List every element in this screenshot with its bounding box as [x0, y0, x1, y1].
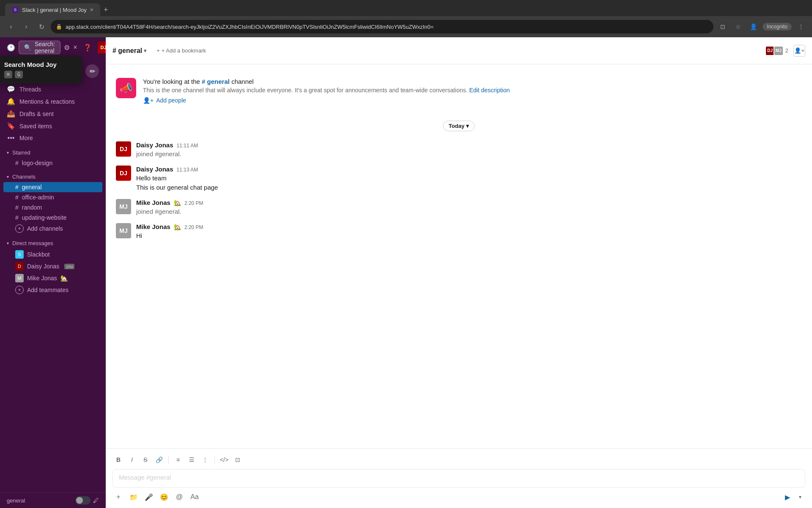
channel-title[interactable]: # general ▾: [112, 47, 146, 55]
message-time: 2:20 PM: [184, 200, 203, 206]
channels-section: ▾ Channels # general # office-admin # ra…: [0, 170, 106, 236]
add-bookmark-button[interactable]: + + Add a bookmark: [156, 47, 206, 54]
format-button[interactable]: Aa: [189, 491, 200, 503]
mike-emoji-msg2: 🏡: [174, 224, 181, 230]
avatar: DJ: [116, 141, 131, 157]
sidebar-item-drafts[interactable]: 📤 Drafts & sent: [0, 108, 106, 120]
sidebar-item-threads[interactable]: 💬 Threads: [0, 83, 106, 95]
add-people-icon: 👤+: [143, 97, 154, 104]
add-button[interactable]: +: [112, 491, 124, 503]
date-divider: Today ▾: [106, 121, 812, 131]
sidebar-item-updating-website[interactable]: # updating-website: [0, 213, 106, 223]
app-container: 🕐 🔍 Search: general Search Mood Joy ⌘ G …: [0, 37, 812, 508]
starred-section-header[interactable]: ▾ Starred: [0, 147, 106, 158]
sidebar-nav: 💬 Threads 🔔 Mentions & reactions 📤 Draft…: [0, 81, 106, 146]
history-button[interactable]: 🕐: [7, 41, 15, 54]
ordered-list-button[interactable]: ≡: [172, 454, 184, 466]
address-bar[interactable]: 🔒 app.slack.com/client/T04A4T58F4H/searc…: [51, 20, 713, 33]
italic-button[interactable]: I: [126, 454, 138, 466]
audio-button[interactable]: 🎤: [143, 491, 155, 503]
add-channels-button[interactable]: + Add channels: [0, 223, 106, 235]
message-content: Mike Jonas 🏡 2:20 PM joined #general.: [136, 199, 802, 216]
channel-intro-icon: 📣: [116, 78, 136, 98]
channels-collapse-icon: ▾: [7, 174, 9, 179]
menu-button[interactable]: ⋮: [795, 21, 807, 33]
new-tab-button[interactable]: +: [100, 4, 112, 16]
code-block-button[interactable]: ⊡: [232, 454, 244, 466]
add-member-button[interactable]: 👤+: [793, 45, 805, 57]
compose-button[interactable]: ✏: [85, 64, 99, 78]
cast-button[interactable]: ⊡: [717, 21, 729, 33]
browser-tab-slack[interactable]: S Slack | general | Mood Joy ×: [5, 3, 100, 16]
search-clear-button[interactable]: ×: [73, 44, 77, 51]
profile-button[interactable]: 👤: [747, 21, 759, 33]
link-button[interactable]: 🔗: [153, 454, 165, 466]
message-time: 11:13 AM: [177, 167, 198, 173]
help-button[interactable]: ❓: [81, 41, 94, 54]
dm-item-mike[interactable]: M Mike Jonas 🏡: [0, 272, 106, 284]
indent-button[interactable]: ⋮: [199, 454, 211, 466]
dm-section-header[interactable]: ▾ Direct messages: [0, 238, 106, 248]
message-content: Daisy Jonas 11:13 AM Hello team This is …: [136, 166, 802, 192]
forward-button[interactable]: ›: [20, 21, 32, 33]
code-button[interactable]: </>: [218, 454, 230, 466]
add-people-button[interactable]: 👤+ Add people: [143, 97, 802, 104]
avatar: DJ: [116, 166, 131, 181]
message-input-placeholder: Message #general: [119, 474, 171, 481]
unordered-list-button[interactable]: ☰: [186, 454, 198, 466]
date-badge[interactable]: Today ▾: [443, 121, 475, 131]
sidebar-item-mentions[interactable]: 🔔 Mentions & reactions: [0, 95, 106, 108]
status-icon: 🖊: [93, 497, 99, 504]
sidebar-item-more[interactable]: ••• More: [0, 132, 106, 144]
mike-avatar: M: [15, 274, 24, 282]
table-row[interactable]: DJ Daisy Jonas 11:13 AM Hello team This …: [106, 162, 812, 196]
sidebar-item-office-admin[interactable]: # office-admin: [0, 192, 106, 202]
dm-item-daisy[interactable]: D Daisy Jonas you: [0, 260, 106, 272]
back-button[interactable]: ‹: [5, 21, 17, 33]
channel-intro-title: You're looking at the # general channel: [143, 78, 802, 85]
add-teammates-button[interactable]: + Add teammates: [0, 284, 106, 296]
members-area[interactable]: DJ MJ 2: [765, 46, 788, 56]
browser-chrome: S Slack | general | Mood Joy × + ‹ › ↻ 🔒…: [0, 0, 812, 37]
mike-emoji-msg: 🏡: [174, 199, 181, 206]
table-row[interactable]: MJ Mike Jonas 🏡 2:20 PM joined #general.: [106, 196, 812, 220]
browser-tabs: S Slack | general | Mood Joy × +: [0, 0, 812, 16]
sidebar-item-random[interactable]: # random: [0, 202, 106, 213]
sidebar-item-logo-design[interactable]: # logo-design: [0, 158, 106, 168]
send-button[interactable]: ▶: [782, 491, 793, 503]
edit-description-link[interactable]: Edit description: [469, 87, 510, 94]
message-content: Mike Jonas 🏡 2:20 PM Hi: [136, 223, 802, 240]
general-hash-icon: #: [15, 184, 19, 190]
table-row[interactable]: MJ Mike Jonas 🏡 2:20 PM Hi: [106, 220, 812, 244]
mentions-icon: 🔔: [7, 97, 15, 105]
member-avatars: DJ MJ: [765, 46, 784, 56]
emoji-button[interactable]: 😊: [158, 491, 170, 503]
bold-button[interactable]: B: [112, 454, 124, 466]
search-bar[interactable]: 🔍 Search: general: [19, 41, 60, 54]
channel-name: # general: [112, 47, 142, 55]
message-input[interactable]: Message #general: [112, 469, 805, 488]
reload-button[interactable]: ↻: [36, 21, 47, 33]
mention-button[interactable]: @: [173, 491, 185, 503]
dm-item-slackbot[interactable]: S Slackbot: [0, 248, 106, 260]
date-chevron-icon: ▾: [466, 123, 469, 129]
message-time: 11:11 AM: [177, 143, 198, 149]
status-toggle[interactable]: [75, 496, 91, 505]
add-teammates-label: Add teammates: [27, 287, 69, 293]
search-bar-wrapper: 🔍 Search: general Search Mood Joy ⌘ G: [19, 41, 60, 54]
table-row[interactable]: DJ Daisy Jonas 11:11 AM joined #general.: [106, 138, 812, 162]
editor-separator-2: [214, 456, 215, 464]
sidebar-item-general[interactable]: # general: [3, 182, 102, 192]
search-filter-button[interactable]: ⚙: [64, 44, 70, 52]
tab-close-button[interactable]: ×: [90, 6, 93, 13]
channel-link[interactable]: # general: [202, 78, 231, 85]
bookmark-star-button[interactable]: ☆: [732, 21, 744, 33]
sidebar-item-saved[interactable]: 🔖 Saved items: [0, 120, 106, 132]
strikethrough-button[interactable]: S: [140, 454, 151, 466]
channel-chevron-icon: ▾: [144, 48, 146, 54]
send-options-button[interactable]: ▾: [795, 491, 805, 503]
starred-collapse-icon: ▾: [7, 150, 9, 155]
channels-section-header[interactable]: ▾ Channels: [0, 171, 106, 182]
messages-area[interactable]: 📣 You're looking at the # general channe…: [106, 64, 812, 448]
file-button[interactable]: 📁: [128, 491, 140, 503]
